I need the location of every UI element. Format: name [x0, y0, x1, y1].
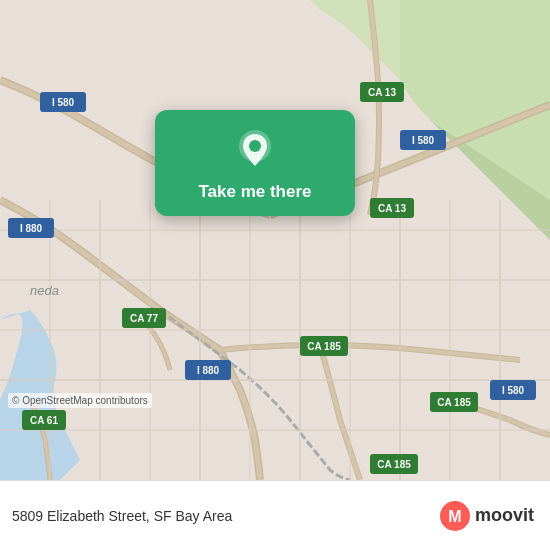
svg-text:CA 77: CA 77	[130, 313, 158, 324]
svg-text:I 580: I 580	[412, 135, 435, 146]
svg-text:CA 185: CA 185	[437, 397, 471, 408]
svg-text:CA 13: CA 13	[368, 87, 396, 98]
location-pin-icon	[231, 126, 279, 174]
moovit-logo-text: moovit	[475, 505, 534, 526]
svg-text:CA 13: CA 13	[378, 203, 406, 214]
svg-text:CA 185: CA 185	[307, 341, 341, 352]
svg-text:I 880: I 880	[197, 365, 220, 376]
moovit-logo: M moovit	[439, 500, 534, 532]
copyright-text: © OpenStreetMap contributors	[8, 393, 152, 408]
svg-text:neda: neda	[30, 283, 59, 298]
moovit-logo-icon: M	[439, 500, 471, 532]
svg-text:M: M	[448, 508, 461, 525]
address-text: 5809 Elizabeth Street, SF Bay Area	[12, 508, 232, 524]
map-container: I 580 I 580 I 580 I 880 I 880 CA 13 CA 1…	[0, 0, 550, 480]
take-me-there-label: Take me there	[198, 182, 311, 202]
bottom-bar: 5809 Elizabeth Street, SF Bay Area M moo…	[0, 480, 550, 550]
svg-text:I 580: I 580	[502, 385, 525, 396]
take-me-there-card[interactable]: Take me there	[155, 110, 355, 216]
svg-text:CA 61: CA 61	[30, 415, 58, 426]
svg-text:CA 185: CA 185	[377, 459, 411, 470]
svg-text:I 880: I 880	[20, 223, 43, 234]
svg-point-42	[249, 140, 261, 152]
svg-text:I 580: I 580	[52, 97, 75, 108]
